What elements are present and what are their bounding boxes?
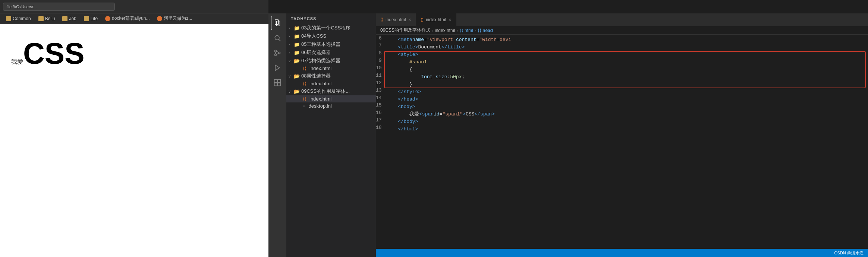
chevron-right-icon: ›: [286, 51, 292, 55]
file-label: index.html: [309, 96, 331, 102]
tree-file-07-index[interactable]: ⟨⟩ index.html: [286, 65, 376, 72]
tab-close-icon[interactable]: ×: [449, 17, 452, 23]
tree-file-desktop-ini[interactable]: ≡ desktop.ini: [286, 102, 376, 110]
url-bar[interactable]: file:///C:/Users/...: [3, 3, 115, 11]
browser-page: 我爱CSS: [0, 24, 268, 257]
line-num-14: 14: [376, 94, 383, 102]
bookmark-label: 阿里云做为z...: [164, 15, 192, 22]
svg-rect-1: [276, 21, 280, 26]
explorer-icon[interactable]: [271, 16, 284, 30]
code-editor: ⟨⟩ index.html × ⟨⟩ index.html × 09CSS的作用…: [376, 13, 868, 257]
folder-icon: 📂: [294, 89, 300, 94]
line-num-18: 18: [376, 124, 383, 131]
breadcrumb-file: index.html: [435, 28, 455, 33]
browser-content: Common BeiLi Job Life docker部署aliyun...: [0, 13, 268, 257]
bookmark-life[interactable]: Life: [81, 15, 101, 22]
tab-label: index.html: [386, 17, 406, 22]
line-num-15: 15: [376, 102, 383, 109]
tree-folder-03[interactable]: › 📁 03我的第一个CSS程序: [286, 24, 376, 32]
tab-index-09[interactable]: ⟨⟩ index.html ×: [416, 13, 456, 26]
tree-folder-05[interactable]: › 📁 05三种基本选择器: [286, 40, 376, 48]
bookmark-beili[interactable]: BeiLi: [35, 15, 58, 22]
tree-folder-04[interactable]: › 📁 04导入CSS: [286, 32, 376, 40]
line-num-12: 12: [376, 79, 383, 87]
file-label: index.html: [309, 66, 331, 71]
html-file-icon: ⟨⟩: [421, 18, 424, 22]
tree-folder-07[interactable]: ∨ 📂 07结构伪类选择器: [286, 57, 376, 65]
folder-label: 05三种基本选择器: [301, 41, 340, 48]
svg-rect-9: [278, 80, 281, 83]
folder-icon: 📂: [294, 58, 300, 64]
tree-folder-09[interactable]: ∨ 📂 09CSS的作用及字体...: [286, 87, 376, 95]
svg-point-6: [279, 52, 280, 54]
status-bar: CSDN @淡水渔: [376, 249, 868, 257]
breadcrumb-tag-html: ⟨⟩ html: [460, 28, 473, 33]
code-area: 6 7 8 9 10 11 12 13 14 15 16 17 18: [376, 35, 868, 249]
svg-point-5: [275, 54, 277, 56]
tab-index-06[interactable]: ⟨⟩ index.html ×: [376, 13, 416, 26]
line-num-16: 16: [376, 109, 383, 117]
line-num-13: 13: [376, 87, 383, 94]
folder-icon: 📁: [294, 34, 300, 39]
folder-label: 08属性选择器: [301, 73, 331, 79]
tab-label: index.html: [426, 17, 446, 22]
code-line-8: <style>: [386, 51, 865, 58]
svg-point-2: [275, 35, 279, 40]
breadcrumb: 09CSS的作用及字体样式 › index.html › ⟨⟩ html › ⟨…: [376, 26, 868, 35]
code-line-15: <body>: [386, 103, 865, 111]
folder-icon: [62, 16, 67, 21]
ini-file-icon: ≡: [303, 103, 306, 109]
run-icon[interactable]: [271, 61, 284, 74]
code-lines: <meta name="viewport" content="width=dev…: [383, 35, 868, 249]
code-line-9: #span1: [386, 58, 865, 66]
bookmark-label: Life: [91, 16, 98, 21]
bookmark-label: Job: [69, 16, 76, 21]
code-line-13: </style>: [386, 88, 865, 96]
folder-label: 09CSS的作用及字体...: [301, 88, 350, 95]
svg-line-3: [279, 39, 281, 41]
bookmark-aliyun[interactable]: 阿里云做为z...: [154, 15, 195, 22]
text-large: CSS: [23, 37, 85, 70]
chevron-right-icon: ›: [286, 34, 292, 38]
code-line-14: </head>: [386, 96, 865, 103]
tree-folder-06[interactable]: › 📁 06层次选择器: [286, 48, 376, 57]
chevron-down-icon: ∨: [286, 59, 292, 63]
tree-folder-08[interactable]: ∨ 📂 08属性选择器: [286, 72, 376, 80]
bookmark-docker[interactable]: docker部署aliyun...: [102, 15, 152, 22]
tab-close-icon[interactable]: ×: [408, 17, 411, 23]
search-icon[interactable]: [271, 31, 284, 45]
c-icon: [157, 16, 162, 21]
editor-tabs: ⟨⟩ index.html × ⟨⟩ index.html ×: [376, 13, 868, 26]
bookmark-bar: Common BeiLi Job Life docker部署aliyun...: [0, 13, 268, 24]
folder-icon: 📂: [294, 73, 300, 79]
bookmark-label: Common: [13, 16, 31, 21]
svg-marker-7: [275, 65, 280, 71]
line-num-11: 11: [376, 72, 383, 79]
folder-icon: [84, 16, 89, 21]
source-control-icon[interactable]: [271, 46, 284, 60]
svg-rect-10: [274, 83, 277, 86]
code-line-10: {: [386, 66, 865, 73]
folder-icon: 📁: [294, 50, 300, 55]
code-line-11: font-size : 50px ;: [386, 73, 865, 81]
folder-label: 03我的第一个CSS程序: [301, 25, 350, 31]
bookmark-job[interactable]: Job: [59, 15, 79, 22]
chevron-down-icon: ∨: [286, 74, 292, 78]
explorer-header: TAOHYCSS: [286, 13, 376, 24]
breadcrumb-tag-head: ⟨⟩ head: [478, 28, 493, 33]
highlight-block: <style> #span1 {: [386, 51, 865, 88]
url-text: file:///C:/Users/...: [6, 4, 37, 9]
svg-rect-8: [274, 80, 277, 83]
page-text: 我爱CSS: [11, 39, 85, 69]
line-num-17: 17: [376, 117, 383, 124]
tree-file-08-index[interactable]: ⟨⟩ index.html: [286, 80, 376, 87]
bookmark-common[interactable]: Common: [3, 15, 34, 22]
svg-point-4: [275, 50, 277, 52]
tree-file-09-index[interactable]: ⟨⟩ index.html: [286, 95, 376, 102]
line-num-7: 7: [376, 42, 383, 50]
folder-label: 07结构伪类选择器: [301, 57, 340, 64]
text-prefix: 我爱: [11, 58, 23, 65]
bookmark-label: BeiLi: [45, 16, 55, 21]
extensions-icon[interactable]: [271, 76, 284, 89]
file-label: index.html: [309, 81, 331, 86]
